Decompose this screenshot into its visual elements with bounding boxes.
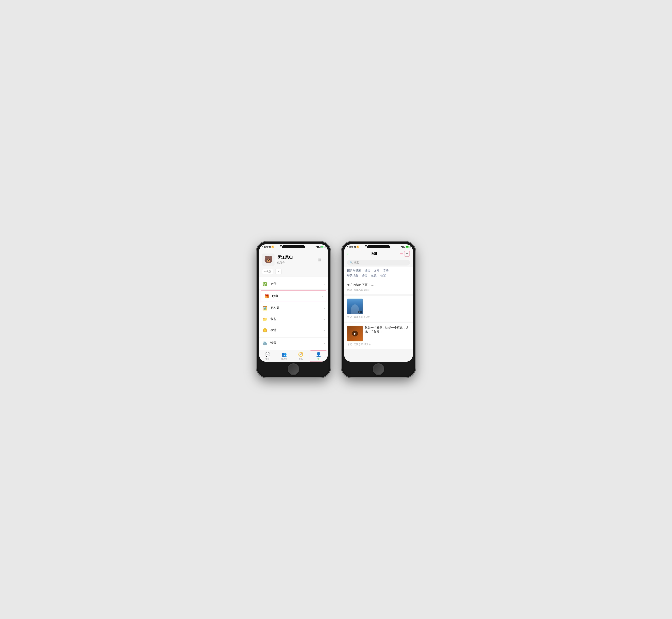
fav-item-2-meta: 笔记 | 雾江思归 9天前: [347, 316, 410, 319]
payment-label: 支付: [270, 282, 321, 286]
filter-music[interactable]: 音乐: [383, 269, 389, 272]
profile-info: 雾江思归 微信号：: [277, 255, 315, 264]
battery-fill-2: [406, 246, 408, 248]
menu-item-settings[interactable]: ⚙️ 设置 ›: [259, 338, 328, 349]
status-left: 中国移动 📶: [262, 246, 274, 248]
avatar-emoji: 🐻: [264, 256, 273, 264]
favorites-label: 收藏: [272, 294, 319, 298]
battery-percent-2: 73%: [400, 246, 405, 248]
screen-2: 中国移动 📶 下午 3:34 73% ‹ 收藏 ⇒ +: [344, 244, 413, 362]
filter-chat-history[interactable]: 聊天记录: [347, 274, 358, 277]
tab-bar: 💬 微信 👥 通讯录 🧭 发现 👤 我: [259, 350, 328, 362]
menu-item-payment[interactable]: ✅ 支付 ›: [259, 279, 328, 290]
moments-label: 朋友圈: [270, 306, 321, 310]
fav-item-3[interactable]: ▶ 这是一个标题，这是一个标题，这是一个标题... 笔记 | 雾江思归 12天前: [344, 323, 413, 349]
cardwallet-icon: 📁: [262, 317, 268, 322]
tab-contacts[interactable]: 👥 通讯录: [276, 351, 292, 361]
arrow-icon-emoji: ›: [324, 329, 325, 332]
fav-item-1-meta: 笔记 | 雾江思归 8天前: [347, 288, 410, 292]
front-camera-2: [365, 245, 367, 247]
fav-item-3-info: 这是一个标题，这是一个标题，这是一个标题...: [365, 326, 410, 335]
arrow-icon-settings: ›: [324, 342, 325, 345]
page-title: 收藏: [371, 252, 377, 256]
emoji-icon: 😊: [262, 328, 268, 333]
fav-item-3-content: ▶ 这是一个标题，这是一个标题，这是一个标题...: [347, 326, 410, 341]
tab-discover[interactable]: 🧭 发现: [292, 351, 309, 361]
menu-item-favorites[interactable]: 🎁 收藏 ›: [261, 291, 326, 302]
menu-section-settings: ⚙️ 设置 ›: [259, 338, 328, 349]
fav-item-1[interactable]: 你在的城市下雨了...... 笔记 | 雾江思归 8天前: [344, 280, 413, 294]
home-button-1[interactable]: [288, 363, 299, 375]
fav-item-2[interactable]: (2) 笔记 | 雾江思归 9天前: [344, 296, 413, 322]
image-count-badge: (2): [358, 311, 362, 313]
screen-1: 中国移动 📶 下午 3:34 73% 🐻 雾江思归 微信号：: [259, 244, 328, 362]
settings-label: 设置: [270, 341, 321, 345]
phone-2: 中国移动 📶 下午 3:34 73% ‹ 收藏 ⇒ +: [342, 242, 415, 377]
profile-name: 雾江思归: [277, 255, 315, 260]
menu-item-emoji[interactable]: 😊 表情 ›: [259, 325, 328, 336]
nav-right-area: ⇒ +: [399, 251, 410, 257]
cardwallet-label: 卡包: [270, 317, 321, 321]
battery-fill: [321, 246, 323, 248]
battery-percent: 73%: [315, 246, 320, 248]
battery-icon: [320, 246, 325, 248]
arrow-icon-fav: ›: [322, 295, 323, 298]
profile-header: 🐻 雾江思归 微信号： ▦ ›: [259, 250, 328, 269]
menu-section-main: ✅ 支付 › 🎁 收藏 › 🖼️ 朋友圈 ›: [259, 279, 328, 336]
status-right-2: 73%: [400, 246, 410, 248]
carrier-label: 中国移动: [262, 246, 271, 248]
filter-files[interactable]: 文件: [374, 269, 379, 272]
me-tab-icon: 👤: [316, 352, 321, 357]
add-favorites-button[interactable]: +: [404, 251, 410, 257]
back-button[interactable]: ‹: [347, 252, 349, 256]
add-status-button[interactable]: + 状态: [262, 269, 273, 274]
settings-icon: ⚙️: [262, 341, 268, 346]
favorites-icon: 🎁: [264, 293, 270, 299]
contacts-tab-icon: 👥: [282, 352, 287, 357]
discover-tab-icon: 🧭: [298, 352, 303, 357]
screen-content-1: 🐻 雾江思归 微信号： ▦ › + 状态 ···: [259, 250, 328, 362]
menu-item-favorites-highlighted[interactable]: 🎁 收藏 ›: [260, 290, 326, 302]
chevron-right-icon: ›: [324, 258, 325, 261]
search-input[interactable]: 🔍 搜索: [347, 260, 410, 266]
filter-links[interactable]: 链接: [365, 269, 370, 272]
play-button-icon: ▶: [352, 331, 358, 337]
battery-icon-2: [405, 246, 410, 248]
menu-item-cardwallet[interactable]: 📁 卡包 ›: [259, 314, 328, 325]
filter-images-video[interactable]: 图片与视频: [347, 269, 361, 272]
status-left-2: 中国移动 📶: [347, 246, 359, 248]
qr-icon[interactable]: ▦: [318, 258, 321, 262]
wifi-icon: 📶: [272, 246, 274, 248]
menu-item-moments[interactable]: 🖼️ 朋友圈 ›: [259, 303, 328, 314]
menu-section: [259, 277, 328, 277]
plus-icon: +: [406, 252, 408, 256]
arrow-icon: ›: [324, 282, 325, 286]
speaker: [282, 246, 305, 248]
profile-id: 微信号：: [277, 261, 315, 264]
fav-item-3-thumb: ▶: [347, 326, 363, 341]
tab-me[interactable]: 👤 我: [310, 350, 327, 362]
nav-bar: ‹ 收藏 ⇒ +: [344, 250, 413, 258]
filter-notes[interactable]: 笔记: [371, 274, 377, 277]
filter-location[interactable]: 位置: [380, 274, 386, 277]
favorites-list: 你在的城市下雨了...... 笔记 | 雾江思归 8天前 (2) 笔记 | 雾江…: [344, 280, 413, 362]
filter-tabs: 图片与视频 链接 文件 音乐 聊天记录 语音 笔记 位置: [344, 267, 413, 280]
search-icon: 🔍: [350, 261, 353, 264]
wechat-tab-label: 微信: [266, 357, 269, 360]
contacts-tab-label: 通讯录: [281, 357, 287, 360]
more-button[interactable]: ···: [275, 269, 282, 274]
tab-wechat[interactable]: 💬 微信: [259, 351, 276, 361]
filter-voice[interactable]: 语音: [362, 274, 367, 277]
arrow-indicator-icon: ⇒: [399, 252, 403, 256]
wechat-tab-icon: 💬: [265, 352, 270, 357]
moments-icon: 🖼️: [262, 305, 268, 311]
search-bar: 🔍 搜索: [344, 258, 413, 267]
fav-item-3-meta: 笔记 | 雾江思归 12天前: [347, 343, 410, 346]
payment-icon: ✅: [262, 281, 268, 287]
home-button-2[interactable]: [373, 363, 384, 375]
emoji-label: 表情: [270, 328, 321, 332]
profile-status-row: + 状态 ···: [259, 269, 328, 277]
me-tab-label: 我: [317, 357, 319, 360]
filter-row-1: 图片与视频 链接 文件 音乐: [347, 269, 410, 272]
discover-tab-label: 发现: [299, 357, 303, 360]
